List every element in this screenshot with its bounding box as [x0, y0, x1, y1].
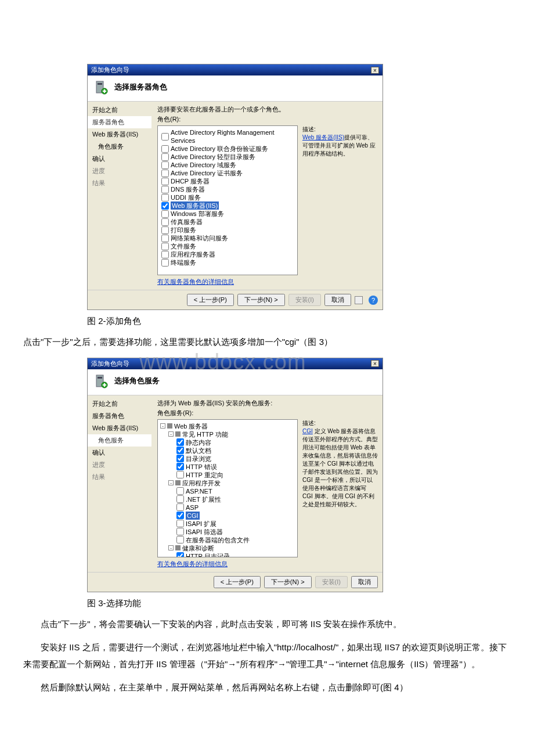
tree-toggle-icon[interactable]: - — [168, 545, 174, 550]
role-checkbox[interactable] — [161, 251, 169, 258]
role-checkbox[interactable] — [161, 194, 169, 201]
tree-row[interactable]: HTTP 日志记录 — [160, 552, 295, 557]
role-item[interactable]: 应用程序服务器 — [160, 250, 295, 258]
role-item[interactable]: Active Directory 证书服务 — [160, 169, 295, 177]
tree-row[interactable]: -应用程序开发 — [160, 479, 295, 487]
prev-button[interactable]: < 上一步(P) — [187, 294, 234, 306]
tree-toggle-icon[interactable]: - — [168, 431, 174, 437]
role-checkbox[interactable] — [161, 170, 169, 177]
role-item[interactable]: 终端服务 — [160, 258, 295, 267]
sidebar-item[interactable]: 角色服务 — [88, 434, 151, 447]
role-checkbox[interactable] — [161, 259, 169, 267]
tree-row[interactable]: ASP.NET — [160, 487, 295, 495]
sidebar-item[interactable]: 进度 — [88, 459, 151, 471]
tree-row[interactable]: 目录浏览 — [160, 455, 295, 463]
tree-row[interactable]: -常见 HTTP 功能 — [160, 430, 295, 438]
role-checkbox[interactable] — [161, 153, 169, 161]
tree-checkbox[interactable] — [176, 463, 184, 470]
role-checkbox[interactable] — [161, 145, 169, 153]
role-item[interactable]: UDDI 服务 — [160, 193, 295, 201]
role-checkbox[interactable] — [161, 178, 169, 185]
sidebar-item[interactable]: 角色服务 — [88, 141, 151, 153]
sidebar-item[interactable]: 开始之前 — [88, 398, 151, 410]
sidebar-item[interactable]: 确认 — [88, 153, 151, 165]
tree-row[interactable]: 默认文档 — [160, 447, 295, 455]
sidebar-item[interactable]: 开始之前 — [88, 104, 151, 116]
next-button[interactable]: 下一步(N) > — [237, 294, 285, 306]
desc-link[interactable]: CGI — [302, 428, 313, 434]
role-checkbox[interactable] — [161, 235, 169, 242]
role-checkbox[interactable] — [161, 210, 169, 218]
sidebar-item[interactable]: 确认 — [88, 447, 151, 459]
role-checkbox[interactable] — [161, 218, 169, 226]
role-item[interactable]: Windows 部署服务 — [160, 210, 295, 218]
tree-row[interactable]: 在服务器端的包含文件 — [160, 536, 295, 544]
roles-listbox[interactable]: Active Directory Rights Management Servi… — [157, 125, 298, 275]
role-label: UDDI 服务 — [171, 193, 201, 201]
tree-row[interactable]: 静态内容 — [160, 438, 295, 447]
print-icon[interactable] — [355, 296, 363, 304]
tree-checkbox[interactable] — [176, 487, 184, 495]
tree-row[interactable]: -Web 服务器 — [160, 422, 295, 430]
role-checkbox[interactable] — [161, 243, 169, 250]
role-services-tree[interactable]: -Web 服务器-常见 HTTP 功能静态内容默认文档目录浏览HTTP 错误HT… — [157, 419, 298, 557]
role-item[interactable]: Active Directory 轻型目录服务 — [160, 153, 295, 161]
role-item[interactable]: Active Directory 域服务 — [160, 161, 295, 169]
sidebar-item[interactable]: 结果 — [88, 177, 151, 189]
next-button[interactable]: 下一步(N) > — [264, 576, 312, 588]
titlebar[interactable]: 添加角色向导 × — [88, 358, 383, 369]
tree-toggle-icon[interactable]: - — [168, 480, 174, 485]
role-item[interactable]: 网络策略和访问服务 — [160, 234, 295, 242]
help-icon[interactable]: ? — [369, 296, 378, 305]
role-item[interactable]: Active Directory Rights Management Servi… — [160, 128, 295, 145]
sidebar-item[interactable]: 服务器角色 — [88, 410, 151, 422]
tree-row[interactable]: HTTP 重定向 — [160, 471, 295, 479]
cancel-button[interactable]: 取消 — [351, 576, 378, 588]
tree-checkbox[interactable] — [176, 520, 184, 527]
tree-row[interactable]: CGI — [160, 512, 295, 520]
role-item[interactable]: 文件服务 — [160, 242, 295, 250]
tree-row[interactable]: ISAPI 扩展 — [160, 520, 295, 528]
role-item[interactable]: Web 服务器(IIS) — [160, 201, 295, 210]
close-icon[interactable]: × — [371, 360, 379, 367]
role-checkbox[interactable] — [161, 133, 169, 141]
sidebar-item[interactable]: Web 服务器(IIS) — [88, 128, 151, 141]
sidebar-item[interactable]: 进度 — [88, 165, 151, 177]
role-checkbox[interactable] — [161, 186, 169, 193]
tree-checkbox[interactable] — [176, 503, 184, 511]
tree-checkbox[interactable] — [176, 438, 184, 446]
role-item[interactable]: 打印服务 — [160, 226, 295, 234]
tree-checkbox[interactable] — [176, 495, 184, 503]
tree-checkbox[interactable] — [176, 528, 184, 535]
tree-toggle-icon[interactable]: - — [160, 423, 165, 429]
role-item[interactable]: 传真服务器 — [160, 218, 295, 226]
tree-checkbox[interactable] — [176, 447, 184, 454]
role-item[interactable]: DHCP 服务器 — [160, 177, 295, 185]
role-checkbox[interactable] — [161, 202, 169, 210]
learn-more-link[interactable]: 有关角色服务的详细信息 — [157, 560, 228, 568]
tree-row[interactable]: HTTP 错误 — [160, 463, 295, 471]
sidebar-item[interactable]: 结果 — [88, 471, 151, 483]
role-item[interactable]: DNS 服务器 — [160, 185, 295, 193]
learn-more-link[interactable]: 有关服务器角色的详细信息 — [157, 278, 234, 286]
tree-row[interactable]: ISAPI 筛选器 — [160, 528, 295, 536]
close-icon[interactable]: × — [371, 67, 379, 74]
tree-checkbox[interactable] — [176, 471, 184, 478]
titlebar[interactable]: 添加角色向导 × — [88, 64, 383, 75]
tree-checkbox[interactable] — [176, 455, 184, 462]
sidebar-item[interactable]: Web 服务器(IIS) — [88, 422, 151, 434]
role-item[interactable]: Active Directory 联合身份验证服务 — [160, 145, 295, 153]
tree-row[interactable]: ASP — [160, 503, 295, 512]
desc-link[interactable]: Web 服务器(IIS) — [302, 134, 344, 142]
prev-button[interactable]: < 上一步(P) — [214, 576, 261, 588]
tree-row[interactable]: .NET 扩展性 — [160, 495, 295, 503]
sidebar-item[interactable]: 服务器角色 — [88, 116, 151, 128]
role-checkbox[interactable] — [161, 226, 169, 234]
tree-row[interactable]: -健康和诊断 — [160, 544, 295, 552]
tree-checkbox[interactable] — [176, 536, 184, 543]
tree-checkbox[interactable] — [176, 552, 184, 557]
role-label: 打印服务 — [171, 226, 196, 234]
cancel-button[interactable]: 取消 — [324, 294, 351, 306]
tree-checkbox[interactable] — [176, 512, 184, 519]
role-checkbox[interactable] — [161, 161, 169, 169]
